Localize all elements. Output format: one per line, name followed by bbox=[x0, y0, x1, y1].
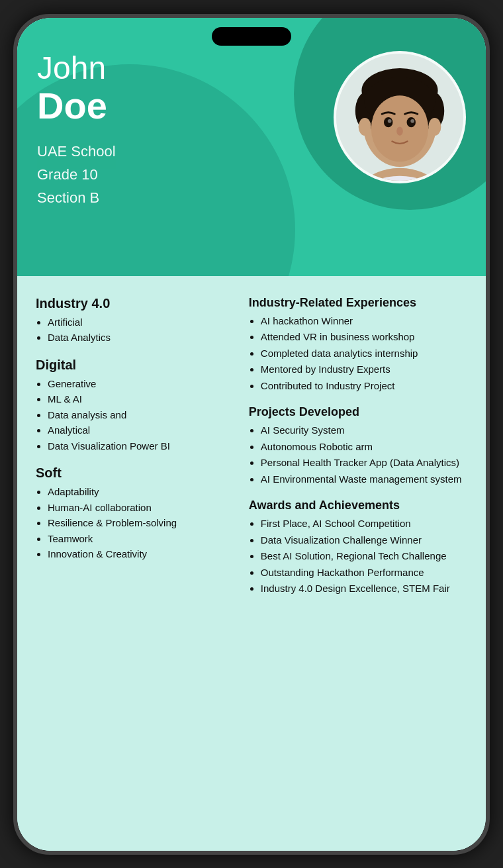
school-info: UAE School Grade 10 Section B bbox=[37, 140, 334, 210]
list-item: Adaptability bbox=[48, 485, 232, 500]
svg-point-2 bbox=[349, 181, 451, 183]
svg-point-13 bbox=[396, 126, 403, 135]
section: Section B bbox=[37, 186, 334, 209]
list-item: Outstanding Hackathon Performance bbox=[261, 565, 473, 581]
list-item: Generative bbox=[48, 377, 232, 392]
avatar-image bbox=[336, 51, 463, 183]
phone-frame: John Doe UAE School Grade 10 Section B bbox=[13, 14, 490, 855]
right-column: Industry-Related Experiences AI hackatho… bbox=[242, 289, 486, 844]
header-content: John Doe UAE School Grade 10 Section B bbox=[37, 51, 466, 210]
last-name: Doe bbox=[37, 85, 334, 126]
list-item: Teamwork bbox=[48, 532, 232, 547]
experiences-list: AI hackathon Winner Attended VR in busin… bbox=[249, 314, 473, 394]
list-item: Autonomous Robotic arm bbox=[261, 440, 473, 455]
list-item: Analytical bbox=[48, 423, 232, 438]
experiences-section-title: Industry-Related Experiences bbox=[249, 296, 473, 310]
list-item: Data Visualization Challenge Winner bbox=[261, 533, 473, 548]
list-item: ML & AI bbox=[48, 392, 232, 407]
phone-notch bbox=[212, 27, 291, 46]
list-item: Industry 4.0 Design Excellence, STEM Fai… bbox=[261, 581, 473, 597]
header-section: John Doe UAE School Grade 10 Section B bbox=[17, 18, 486, 276]
content-area: Industry 4.0 Artificial Data Analytics D… bbox=[17, 276, 486, 851]
list-item: Completed data analytics internship bbox=[261, 346, 473, 362]
list-item: Data analysis and bbox=[48, 408, 232, 423]
digital-section-title: Digital bbox=[36, 358, 232, 373]
list-item: Resilience & Problem-solving bbox=[48, 516, 232, 531]
awards-section-title: Awards and Achievements bbox=[249, 499, 473, 512]
industry-list: Artificial Data Analytics bbox=[36, 315, 232, 346]
school-name: UAE School bbox=[37, 140, 334, 163]
list-item: Artificial bbox=[48, 315, 232, 330]
list-item: Attended VR in business workshop bbox=[261, 330, 473, 345]
list-item: Human-AI collaboration bbox=[48, 501, 232, 516]
left-column: Industry 4.0 Artificial Data Analytics D… bbox=[17, 289, 242, 844]
list-item: Data Visualization Power BI bbox=[48, 439, 232, 454]
name-section: John Doe UAE School Grade 10 Section B bbox=[37, 51, 334, 210]
soft-section-title: Soft bbox=[36, 465, 232, 481]
digital-list: Generative ML & AI Data analysis and Ana… bbox=[36, 377, 232, 454]
awards-list: First Place, AI School Competition Data … bbox=[249, 516, 473, 597]
list-item: Contributed to Industry Project bbox=[261, 379, 473, 394]
phone-screen: John Doe UAE School Grade 10 Section B bbox=[17, 18, 486, 851]
list-item: Best AI Solution, Regional Tech Challeng… bbox=[261, 549, 473, 564]
soft-list: Adaptability Human-AI collaboration Resi… bbox=[36, 485, 232, 562]
list-item: Personal Health Tracker App (Data Analyt… bbox=[261, 456, 473, 471]
svg-point-15 bbox=[428, 117, 441, 135]
svg-point-11 bbox=[388, 119, 392, 122]
list-item: AI Security System bbox=[261, 423, 473, 438]
list-item: Mentored by Industry Experts bbox=[261, 362, 473, 377]
list-item: Innovation & Creativity bbox=[48, 547, 232, 562]
list-item: Data Analytics bbox=[48, 330, 232, 346]
svg-point-14 bbox=[359, 117, 371, 135]
list-item: AI hackathon Winner bbox=[261, 314, 473, 329]
list-item: AI Environmental Waste management system bbox=[261, 472, 473, 487]
grade: Grade 10 bbox=[37, 163, 334, 186]
projects-list: AI Security System Autonomous Robotic ar… bbox=[249, 423, 473, 487]
first-name: John bbox=[37, 51, 334, 86]
industry-section-title: Industry 4.0 bbox=[36, 296, 232, 311]
projects-section-title: Projects Developed bbox=[249, 405, 473, 419]
avatar bbox=[334, 51, 466, 183]
svg-point-12 bbox=[410, 119, 414, 122]
list-item: First Place, AI School Competition bbox=[261, 516, 473, 532]
